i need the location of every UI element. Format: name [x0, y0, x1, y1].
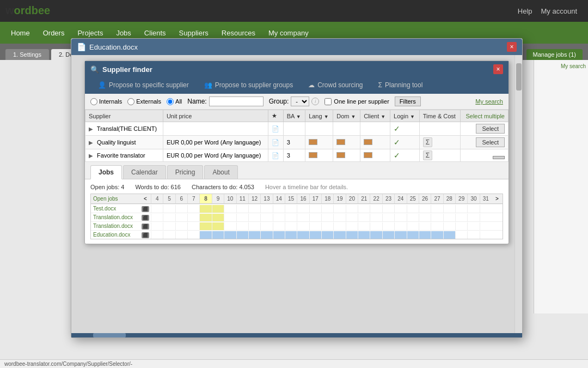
- tab-crowd-sourcing[interactable]: ☁ Crowd sourcing: [301, 77, 370, 94]
- scrollbar-thumb[interactable]: [516, 63, 522, 91]
- cal-cell-0-19: [382, 205, 394, 213]
- select-button-2[interactable]: Select: [476, 137, 505, 147]
- nav-jobs[interactable]: Jobs: [116, 29, 131, 37]
- name-filter-label: Name:: [187, 98, 206, 105]
- tab-planning-tool[interactable]: Σ Planning tool: [371, 77, 431, 94]
- expand-arrow-3[interactable]: ▶: [89, 153, 93, 159]
- cal-file-label-2[interactable]: Translation.docx: [91, 222, 140, 230]
- select-button-3[interactable]: [493, 156, 505, 159]
- cal-day-header-8: 8: [199, 194, 211, 203]
- cal-file-label-1[interactable]: Translation.docx: [91, 213, 140, 221]
- nav-mycompany[interactable]: My company: [268, 29, 309, 37]
- cal-nav-prev[interactable]: <: [140, 196, 151, 202]
- inner-dialog-close-button[interactable]: ×: [493, 64, 503, 74]
- tab-propose-specific[interactable]: 👤 Propose to specific supplier: [90, 77, 197, 94]
- cal-cell-1-8: [248, 214, 260, 221]
- cal-day-header-22: 22: [370, 194, 382, 203]
- open-jobs-header-label: Open jobs: [91, 195, 140, 203]
- cal-file-badge-2: ⬛: [140, 223, 151, 229]
- nav-projects[interactable]: Projects: [77, 29, 103, 37]
- tab-propose-groups-label: Propose to supplier groups: [215, 81, 293, 89]
- cal-day-header-10: 10: [224, 194, 236, 203]
- nav-suppliers[interactable]: Suppliers: [179, 29, 209, 37]
- one-line-checkbox[interactable]: One line per supplier: [324, 98, 389, 105]
- cal-cell-1-16: [346, 214, 358, 221]
- th-select-multiple[interactable]: Select multiple: [461, 110, 509, 122]
- cal-day-header-20: 20: [346, 194, 358, 203]
- help-link[interactable]: Help: [518, 7, 532, 15]
- cal-file-label-0[interactable]: Test.docx: [91, 204, 140, 213]
- cal-day-header-5: 5: [163, 194, 175, 203]
- tab-jobs[interactable]: Jobs: [90, 165, 122, 179]
- cal-cell-3-17: [358, 231, 370, 239]
- cal-file-cells-1: [151, 214, 492, 221]
- expand-arrow-1[interactable]: ▶: [89, 126, 93, 132]
- dialog-scrollbar[interactable]: [514, 55, 522, 333]
- inner-dialog-header: 🔍 Supplier finder ×: [85, 61, 509, 77]
- cal-cell-3-7: [236, 231, 248, 239]
- nav-clients[interactable]: Clients: [144, 29, 166, 37]
- cal-day-header-13: 13: [260, 194, 272, 203]
- radio-externals[interactable]: Externals: [127, 98, 161, 105]
- outer-dialog-close-button[interactable]: ×: [507, 42, 517, 52]
- outer-dialog-scroll-bar[interactable]: [71, 333, 522, 337]
- unit-price-cell-2: EUR 0,00 per Word (Any language): [163, 136, 268, 149]
- cal-cell-0-12: [297, 205, 309, 213]
- cal-file-badge-3: ⬛: [140, 232, 151, 238]
- dom-cell-1: [333, 122, 360, 136]
- cal-cell-1-2: [175, 214, 187, 221]
- radio-internals[interactable]: Internals: [90, 98, 122, 105]
- dom-cell-3: [333, 149, 360, 162]
- cal-cell-2-15: [333, 222, 345, 230]
- radio-all-input[interactable]: [167, 98, 174, 105]
- one-line-label: One line per supplier: [334, 98, 389, 105]
- nav-resources[interactable]: Resources: [222, 29, 255, 37]
- cal-cell-3-21: [407, 231, 419, 239]
- outer-dialog-body: 🔍 Supplier finder × 👤 Propose to specifi…: [71, 55, 522, 333]
- select-multiple-label[interactable]: Select multiple: [465, 113, 505, 119]
- tab-about[interactable]: About: [204, 165, 237, 179]
- group-info-icon[interactable]: i: [311, 98, 319, 105]
- tab-pricing[interactable]: Pricing: [167, 165, 204, 179]
- group-filter-label: Group:: [269, 98, 289, 105]
- cal-cell-1-11: [285, 214, 297, 221]
- cal-nav-next[interactable]: >: [492, 196, 503, 202]
- supplier-name-cell: ▶ Translal(THE CLIENT): [85, 122, 163, 136]
- my-search-link[interactable]: My search: [475, 98, 503, 105]
- characters-to-do: Characters to do: 4.053: [192, 184, 254, 190]
- jobs-summary: Open jobs: 4 Words to do: 616 Characters…: [90, 184, 503, 190]
- cal-cell-3-8: [248, 231, 260, 239]
- cal-cell-1-10: [273, 214, 285, 221]
- outer-dialog-scroll-thumb[interactable]: [93, 333, 126, 337]
- subnav-tab-settings[interactable]: 1. Settings: [5, 49, 49, 60]
- radio-all[interactable]: All: [167, 98, 182, 105]
- tab-crowd-sourcing-label: Crowd sourcing: [317, 81, 363, 89]
- cal-cell-0-5: [212, 205, 224, 213]
- sigma-tab-icon: Σ: [378, 81, 382, 89]
- tab-propose-groups[interactable]: 👥 Propose to supplier groups: [197, 77, 301, 94]
- cal-cell-3-24: [443, 231, 455, 239]
- cal-cell-2-7: [236, 222, 248, 230]
- cal-file-label-3[interactable]: Education.docx: [91, 231, 140, 239]
- tab-calendar[interactable]: Calendar: [123, 165, 166, 179]
- cal-cell-2-5: [212, 222, 224, 230]
- radio-internals-input[interactable]: [90, 98, 97, 105]
- group-filter-select[interactable]: -: [291, 96, 309, 106]
- bottom-tabs: Jobs Calendar Pricing About: [85, 162, 509, 179]
- one-line-checkbox-input[interactable]: [324, 98, 332, 105]
- expand-arrow-2[interactable]: ▶: [89, 140, 93, 146]
- manage-jobs-btn[interactable]: Manage jobs (1): [526, 49, 583, 60]
- select-button-1[interactable]: Select: [476, 124, 505, 134]
- nav-orders[interactable]: Orders: [43, 29, 65, 37]
- radio-externals-input[interactable]: [127, 98, 134, 105]
- lang-cell-1: [305, 122, 333, 136]
- filters-button[interactable]: Filters: [395, 96, 421, 106]
- th-lang: Lang ▼: [305, 110, 333, 122]
- dom-flag-3: [336, 152, 345, 158]
- my-account-link[interactable]: My account: [541, 7, 577, 15]
- time-cost-cell-1: [419, 122, 461, 136]
- nav-home[interactable]: Home: [11, 29, 30, 37]
- cal-cell-2-26: [467, 222, 479, 230]
- name-filter-input[interactable]: [209, 96, 264, 106]
- externals-label: Externals: [136, 98, 161, 105]
